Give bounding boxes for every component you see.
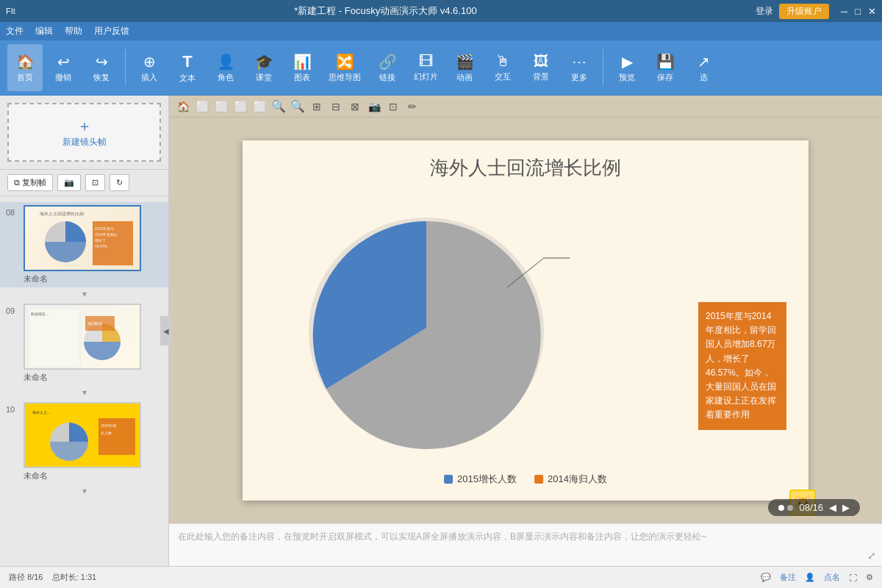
text-icon: T <box>182 52 192 71</box>
tool-undo-label: 撤销 <box>55 72 71 83</box>
close-button[interactable]: ✕ <box>868 6 876 17</box>
status-path: 路径 8/16 总时长: 1:31 <box>9 572 96 583</box>
tool-slide[interactable]: 🎞 幻灯片 <box>408 44 444 91</box>
menu-file[interactable]: 文件 <box>6 25 24 37</box>
animate-icon: 🎬 <box>456 53 474 71</box>
svg-text:2015年增: 2015年增 <box>101 423 116 428</box>
notes-status-label[interactable]: 备注 <box>780 572 796 583</box>
slide-item-08[interactable]: 08 2015年度与 2014年度相比 增长了 <box>0 202 168 287</box>
tool-character[interactable]: 👤 角色 <box>208 44 243 91</box>
settings-button[interactable]: ⚙ <box>866 573 873 582</box>
background-icon: 🖼 <box>534 53 548 70</box>
mindmap-icon: 🔀 <box>336 53 354 71</box>
menu-bar: 文件 编辑 帮助 用户反馈 <box>0 22 882 40</box>
tool-text[interactable]: T 文本 <box>170 44 205 91</box>
tool-link[interactable]: 🔗 链接 <box>370 44 405 91</box>
tool-class[interactable]: 🎓 课堂 <box>246 44 282 91</box>
legend-item-2015: 2015增长人数 <box>444 473 517 486</box>
collapse-left-panel-button[interactable]: ◀ <box>160 316 172 345</box>
fullscreen-button[interactable]: ⛶ <box>849 573 857 582</box>
slide-item-10[interactable]: 10 海外人士... 2015年增 长人数 <box>0 399 168 484</box>
canvas-frame1-button[interactable]: ⬜ <box>194 98 210 115</box>
points-status-label[interactable]: 点名 <box>824 572 840 583</box>
canvas-toolbar: 🏠 ⬜ ⬜ ⬜ ⬜ 🔍 🔍 ⊞ ⊟ ⊠ 📷 ⊡ ✏ <box>169 96 882 118</box>
legend-dot-2014 <box>534 475 543 484</box>
canvas-home-button[interactable]: 🏠 <box>175 98 191 115</box>
crop-button[interactable]: ⊡ <box>85 174 105 191</box>
tool-animate[interactable]: 🎬 动画 <box>447 44 482 91</box>
upgrade-button[interactable]: 升级账户 <box>779 4 829 19</box>
tool-slide-label: 幻灯片 <box>414 71 438 82</box>
notes-status-icon: 💬 <box>761 573 771 582</box>
tool-insert[interactable]: ⊕ 插入 <box>132 44 167 91</box>
callout-box: 2015年度与2014年度相比，留学回国人员增加8.67万人，增长了46.57%… <box>698 302 786 430</box>
plus-icon: ＋ <box>77 116 92 136</box>
tool-undo[interactable]: ↩ 撤销 <box>46 44 81 91</box>
main-content: ＋ 新建镜头帧 ⧉ 复制帧 📷 ⊡ ↻ 08 <box>0 96 882 566</box>
tool-select[interactable]: ↗ 选 <box>686 44 721 91</box>
tool-chart[interactable]: 📊 图表 <box>284 44 320 91</box>
legend-dot-2015 <box>444 475 453 484</box>
tool-mindmap[interactable]: 🔀 思维导图 <box>323 44 367 91</box>
notes-expand-button[interactable]: ⤢ <box>867 550 876 562</box>
tool-preview[interactable]: ▶ 预览 <box>609 44 645 91</box>
canvas-frame2-button[interactable]: ⬜ <box>213 98 229 115</box>
tool-background[interactable]: 🖼 背景 <box>523 44 559 91</box>
canvas-tool-b[interactable]: ⊟ <box>328 98 344 115</box>
toolbar-separator-1 <box>125 49 126 86</box>
rotate-button[interactable]: ↻ <box>110 174 129 191</box>
menu-feedback[interactable]: 用户反馈 <box>94 25 129 37</box>
slide-info-08: 2015年度与 2014年度相比 增长了 46.57% 海外人士回流增长比例 未… <box>24 205 141 284</box>
notes-placeholder: 在此处输入您的备注内容，在预览时开启双屏模式，可以实现A屏全屏播放演示内容，B屏… <box>178 530 873 543</box>
minimize-button[interactable]: ─ <box>841 6 847 17</box>
canvas-frame4-button[interactable]: ⬜ <box>251 98 268 115</box>
zoom-out-button[interactable]: 🔍 <box>290 98 306 115</box>
login-button[interactable]: 登录 <box>756 5 773 18</box>
prev-page-button[interactable]: ◀ <box>829 502 836 513</box>
slide-icon-bar-10: ▾ <box>0 484 168 498</box>
menu-help[interactable]: 帮助 <box>65 25 82 37</box>
zoom-in-button[interactable]: 🔍 <box>270 98 287 115</box>
rotate-icon: ↻ <box>116 178 123 187</box>
slide-canvas: 8 海外人士回流增长比例 <box>169 118 882 523</box>
link-icon: 🔗 <box>379 53 397 71</box>
svg-text:海归数据: 海归数据 <box>87 321 102 326</box>
canvas-tool-c[interactable]: ⊠ <box>347 98 363 115</box>
more-icon: ⋯ <box>572 53 587 71</box>
tool-interact[interactable]: 🖱 交互 <box>485 44 520 91</box>
canvas-tool-a[interactable]: ⊞ <box>309 98 325 115</box>
tool-character-label: 角色 <box>218 72 234 83</box>
page-number: 08/16 <box>799 502 823 513</box>
copy-frame-button[interactable]: ⧉ 复制帧 <box>7 174 53 191</box>
svg-rect-7 <box>29 309 80 368</box>
canvas-area: 🏠 ⬜ ⬜ ⬜ ⬜ 🔍 🔍 ⊞ ⊟ ⊠ 📷 ⊡ ✏ 8 海外人士回流增长比例 <box>169 96 882 566</box>
tool-more-label: 更多 <box>571 72 587 83</box>
tool-redo[interactable]: ↪ 恢复 <box>84 44 119 91</box>
canvas-pen-button[interactable]: ✏ <box>404 98 420 115</box>
insert-icon: ⊕ <box>143 53 156 71</box>
tool-more[interactable]: ⋯ 更多 <box>562 44 597 91</box>
maximize-button[interactable]: □ <box>855 6 861 17</box>
new-frame-button[interactable]: ＋ 新建镜头帧 <box>7 103 161 162</box>
interact-icon: 🖱 <box>495 53 510 70</box>
next-page-button[interactable]: ▶ <box>842 502 850 513</box>
tool-save[interactable]: 💾 保存 <box>648 44 683 91</box>
slide-num-10: 10 <box>6 402 19 414</box>
notes-area[interactable]: 在此处输入您的备注内容，在预览时开启双屏模式，可以实现A屏全屏播放演示内容，B屏… <box>169 523 882 566</box>
slide-icon: 🎞 <box>419 53 434 70</box>
slide-icon-bar-08: ▾ <box>0 287 168 301</box>
pie-chart-area <box>279 184 588 464</box>
frame-indicator-10: ▾ <box>82 486 87 496</box>
tool-home[interactable]: 🏠 首页 <box>7 44 43 91</box>
menu-edit[interactable]: 编辑 <box>35 25 53 37</box>
preview-icon: ▶ <box>622 53 633 71</box>
slide-item-09[interactable]: 09 数据报告... 海归数据 <box>0 301 168 386</box>
screenshot-button[interactable]: 📷 <box>57 174 81 191</box>
canvas-tool-d[interactable]: ⊡ <box>385 98 401 115</box>
canvas-screenshot-button[interactable]: 📷 <box>366 98 382 115</box>
slide-list: 08 2015年度与 2014年度相比 增长了 <box>0 196 168 566</box>
slide-thumb-10: 海外人士... 2015年增 长人数 <box>24 402 141 468</box>
canvas-frame3-button[interactable]: ⬜ <box>232 98 248 115</box>
legend-label-2015: 2015增长人数 <box>457 473 517 486</box>
page-indicator: 08/16 ◀ ▶ <box>768 499 860 516</box>
